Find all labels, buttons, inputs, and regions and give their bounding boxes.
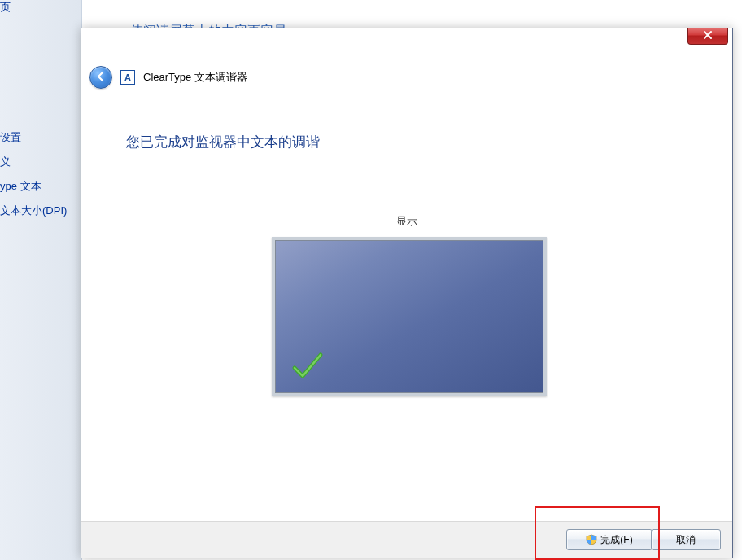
bg-nav-item[interactable]: 文本大小(DPI) [0, 203, 67, 218]
uac-shield-icon [586, 534, 597, 545]
cancel-button-label: 取消 [676, 533, 696, 547]
bg-nav-item[interactable]: 页 [0, 0, 11, 15]
dialog-title: ClearType 文本调谐器 [143, 70, 247, 85]
cancel-button[interactable]: 取消 [651, 529, 721, 550]
background-left-panel: 页 设置 义 ype 文本 文本大小(DPI) [0, 0, 82, 560]
back-button[interactable] [89, 66, 112, 89]
close-button[interactable] [687, 28, 728, 45]
completion-heading: 您已完成对监视器中文本的调谐 [126, 133, 320, 151]
back-arrow-icon [95, 71, 107, 85]
display-label: 显示 [81, 214, 732, 229]
dialog-button-bar: 完成(F) 取消 [81, 521, 732, 558]
finish-button-label: 完成(F) [600, 533, 632, 547]
close-icon [703, 30, 713, 42]
cleartype-dialog: A ClearType 文本调谐器 您已完成对监视器中文本的调谐 显示 完成(F… [81, 28, 733, 558]
bg-nav-item[interactable]: 义 [0, 155, 11, 169]
bg-nav-item[interactable]: ype 文本 [0, 179, 41, 194]
checkmark-icon [290, 348, 324, 385]
finish-button[interactable]: 完成(F) [566, 529, 653, 550]
monitor-preview [272, 237, 547, 396]
dialog-header: A ClearType 文本调谐器 [89, 65, 247, 90]
bg-nav-item[interactable]: 设置 [0, 130, 21, 145]
cleartype-app-icon: A [120, 70, 135, 85]
divider [81, 94, 732, 94]
